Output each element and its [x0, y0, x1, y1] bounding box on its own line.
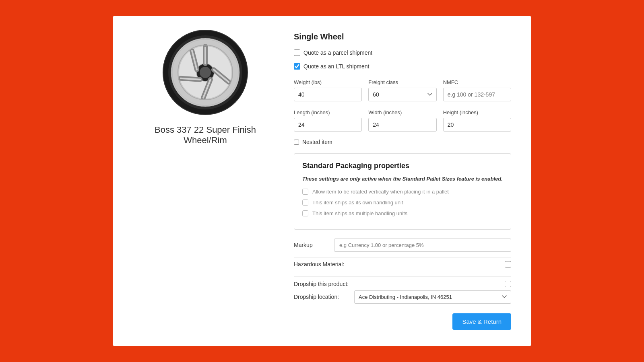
packaging-option-1: Allow item to be rotated vertically when…	[302, 189, 503, 195]
quote-parcel-row: Quote as a parcel shipment	[294, 49, 511, 56]
width-input[interactable]	[368, 118, 436, 132]
nmfc-label: NMFC	[443, 79, 511, 85]
packaging-title: Standard Packaging properties	[302, 162, 503, 170]
section-title: Single Wheel	[294, 32, 511, 41]
quote-ltl-checkbox[interactable]	[294, 63, 300, 70]
product-title: Boss 337 22 Super Finish Wheel/Rim	[133, 125, 278, 146]
length-field-group: Length (inches)	[294, 109, 362, 132]
hazardous-row: Hazardous Material:	[294, 257, 511, 271]
dropship-section: Dropship this product: Dropship location…	[294, 276, 511, 304]
dropship-product-label: Dropship this product:	[294, 281, 349, 287]
pkg-opt1-checkbox[interactable]	[302, 189, 308, 195]
packaging-box: Standard Packaging properties These sett…	[294, 153, 511, 230]
weight-input[interactable]	[294, 88, 362, 101]
quote-ltl-label: Quote as an LTL shipment	[303, 63, 369, 70]
dropship-location-select[interactable]: Ace Distributing - Indianapolis, IN 4625…	[354, 290, 511, 304]
product-image-container	[149, 32, 262, 113]
nested-item-row: Nested item	[294, 139, 511, 145]
nmfc-input[interactable]	[443, 88, 511, 101]
markup-input[interactable]	[334, 239, 511, 252]
packaging-subtitle: These settings are only active when the …	[302, 175, 503, 183]
quote-parcel-label: Quote as a parcel shipment	[303, 49, 372, 56]
dropship-product-row: Dropship this product:	[294, 281, 511, 287]
markup-label: Markup	[294, 242, 326, 248]
freight-class-field-group: Freight class 50 55 60 65 70 77.5 85 92.…	[368, 79, 436, 101]
dropship-product-checkbox[interactable]	[505, 281, 511, 287]
weight-field-group: Weight (lbs)	[294, 79, 362, 101]
freight-class-select[interactable]: 50 55 60 65 70 77.5 85 92.5 100 110 125 …	[368, 88, 436, 101]
dropship-location-label: Dropship location:	[294, 294, 350, 300]
nmfc-field-group: NMFC	[443, 79, 511, 101]
pkg-opt3-label: This item ships as multiple handling uni…	[312, 210, 407, 216]
pkg-opt2-checkbox[interactable]	[302, 200, 308, 206]
save-return-button[interactable]: Save & Return	[452, 313, 511, 330]
packaging-option-2: This item ships as its own handling unit	[302, 200, 503, 206]
right-panel: Single Wheel Quote as a parcel shipment …	[294, 32, 511, 330]
hazardous-label: Hazardous Material:	[294, 261, 344, 267]
height-input[interactable]	[443, 118, 511, 132]
nested-item-checkbox[interactable]	[294, 140, 299, 145]
main-card: Boss 337 22 Super Finish Wheel/Rim Singl…	[113, 16, 531, 346]
dropship-location-row: Dropship location: Ace Distributing - In…	[294, 290, 511, 304]
fields-row-1: Weight (lbs) Freight class 50 55 60 65 7…	[294, 79, 511, 101]
product-wheel-icon	[161, 28, 250, 117]
pkg-opt2-label: This item ships as its own handling unit	[312, 200, 403, 206]
pkg-opt1-label: Allow item to be rotated vertically when…	[312, 189, 449, 195]
width-label: Width (inches)	[368, 109, 436, 115]
markup-row: Markup	[294, 239, 511, 252]
quote-parcel-checkbox[interactable]	[294, 49, 300, 56]
height-label: Height (inches)	[443, 109, 511, 115]
fields-row-2: Length (inches) Width (inches) Height (i…	[294, 109, 511, 132]
height-field-group: Height (inches)	[443, 109, 511, 132]
quote-ltl-row: Quote as an LTL shipment	[294, 63, 511, 70]
weight-label: Weight (lbs)	[294, 79, 362, 85]
freight-class-label: Freight class	[368, 79, 436, 85]
packaging-option-3: This item ships as multiple handling uni…	[302, 210, 503, 216]
length-input[interactable]	[294, 118, 362, 132]
left-panel: Boss 337 22 Super Finish Wheel/Rim	[133, 32, 278, 330]
save-button-row: Save & Return	[294, 313, 511, 330]
length-label: Length (inches)	[294, 109, 362, 115]
svg-point-5	[200, 67, 211, 78]
nested-item-label: Nested item	[302, 139, 332, 145]
width-field-group: Width (inches)	[368, 109, 436, 132]
pkg-opt3-checkbox[interactable]	[302, 210, 308, 216]
hazardous-checkbox[interactable]	[505, 261, 511, 267]
